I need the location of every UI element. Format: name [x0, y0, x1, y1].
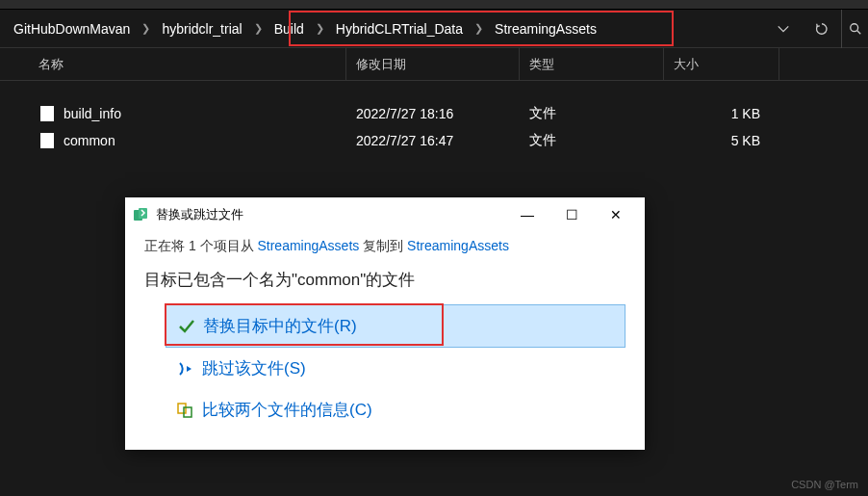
search-icon — [849, 22, 862, 36]
option-compare[interactable]: 比较两个文件的信息(C) — [166, 389, 625, 431]
breadcrumb-item[interactable]: Build — [265, 10, 314, 47]
file-name: build_info — [64, 106, 121, 121]
compare-icon — [177, 402, 194, 419]
file-date: 2022/7/27 16:47 — [346, 133, 520, 148]
breadcrumb-item[interactable]: hybridclr_trial — [152, 10, 251, 47]
source-link[interactable]: StreamingAssets — [257, 238, 359, 253]
search-box[interactable] — [841, 10, 868, 48]
svg-rect-5 — [184, 407, 191, 417]
file-name-cell: common — [0, 133, 346, 148]
chevron-right-icon[interactable]: ❯ — [472, 22, 485, 35]
minimize-button[interactable]: — — [506, 200, 549, 229]
watermark: CSDN @Term — [791, 479, 858, 490]
option-label: 比较两个文件的信息(C) — [202, 399, 372, 421]
address-toolbar: GitHubDownMavan ❯ hybridclr_trial ❯ Buil… — [0, 10, 868, 48]
dialog-titlebar[interactable]: 替换或跳过文件 — ☐ ✕ — [125, 197, 645, 232]
check-icon — [178, 318, 195, 335]
file-icon — [40, 133, 54, 148]
breadcrumb-item[interactable]: HybridCLRTrial_Data — [326, 10, 472, 47]
file-type: 文件 — [520, 105, 664, 122]
file-name: common — [64, 133, 115, 148]
chevron-right-icon[interactable]: ❯ — [314, 22, 326, 35]
msg-text: 复制到 — [359, 238, 407, 253]
window-titlebar — [0, 0, 868, 10]
copy-icon — [133, 207, 148, 222]
dialog-message: 正在将 1 个项目从 StreamingAssets 复制到 Streaming… — [144, 238, 625, 255]
dialog-title: 替换或跳过文件 — [156, 206, 506, 223]
breadcrumb: GitHubDownMavan ❯ hybridclr_trial ❯ Buil… — [0, 10, 764, 47]
file-icon — [40, 106, 54, 121]
chevron-right-icon[interactable]: ❯ — [140, 22, 152, 35]
chevron-right-icon[interactable]: ❯ — [252, 22, 265, 35]
file-type: 文件 — [520, 132, 664, 149]
chevron-down-icon — [777, 22, 790, 36]
file-size: 1 KB — [664, 106, 779, 121]
file-size: 5 KB — [664, 133, 779, 148]
refresh-icon — [815, 22, 829, 36]
q-text: 目标已包含一个名为" — [144, 271, 297, 289]
window-controls: — ☐ ✕ — [506, 200, 637, 229]
refresh-button[interactable] — [803, 10, 841, 48]
svg-line-1 — [856, 30, 860, 34]
file-row[interactable]: common 2022/7/27 16:47 文件 5 KB — [0, 127, 868, 154]
file-name-cell: build_info — [0, 106, 346, 121]
file-row[interactable]: build_info 2022/7/27 18:16 文件 1 KB — [0, 100, 868, 127]
option-skip[interactable]: 跳过该文件(S) — [166, 348, 625, 389]
skip-icon — [177, 360, 194, 378]
dialog-question: 目标已包含一个名为"common"的文件 — [144, 269, 625, 291]
svg-point-0 — [850, 23, 857, 31]
svg-rect-4 — [178, 404, 186, 413]
column-header-name[interactable]: 名称 — [0, 48, 346, 80]
column-header-size[interactable]: 大小 — [664, 48, 779, 80]
option-replace[interactable]: 替换目标中的文件(R) — [166, 304, 625, 348]
replace-dialog: 替换或跳过文件 — ☐ ✕ 正在将 1 个项目从 StreamingAssets… — [125, 197, 645, 450]
maximize-button[interactable]: ☐ — [550, 200, 593, 229]
close-button[interactable]: ✕ — [595, 200, 637, 229]
history-dropdown-button[interactable] — [764, 10, 803, 48]
msg-text: 正在将 1 个项目从 — [144, 238, 257, 253]
breadcrumb-item[interactable]: StreamingAssets — [485, 10, 606, 47]
toolbar-actions — [764, 10, 868, 48]
breadcrumb-item[interactable]: GitHubDownMavan — [4, 10, 140, 47]
file-date: 2022/7/27 18:16 — [346, 106, 520, 121]
q-text: "的文件 — [360, 271, 415, 289]
option-label: 跳过该文件(S) — [202, 357, 306, 379]
dialog-options: 替换目标中的文件(R) 跳过该文件(S) 比较两个文件的信息(C) — [144, 304, 625, 431]
conflict-filename: common — [297, 271, 360, 289]
option-label: 替换目标中的文件(R) — [203, 315, 357, 337]
file-list: build_info 2022/7/27 18:16 文件 1 KB commo… — [0, 81, 868, 154]
dialog-body: 正在将 1 个项目从 StreamingAssets 复制到 Streaming… — [125, 232, 645, 450]
column-header-date[interactable]: 修改日期 — [346, 48, 520, 80]
column-headers: 名称 修改日期 类型 大小 — [0, 48, 868, 81]
dest-link[interactable]: StreamingAssets — [407, 238, 509, 253]
column-header-type[interactable]: 类型 — [520, 48, 664, 80]
